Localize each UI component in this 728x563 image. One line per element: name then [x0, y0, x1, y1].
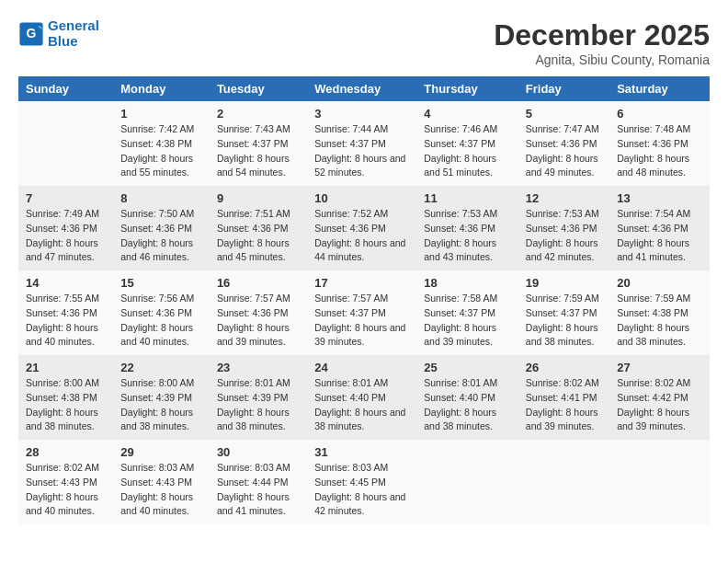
- page-subtitle: Agnita, Sibiu County, Romania: [494, 52, 710, 67]
- calendar-cell: 15Sunrise: 7:56 AMSunset: 4:36 PMDayligh…: [113, 270, 210, 355]
- day-info: Sunrise: 7:47 AMSunset: 4:36 PMDaylight:…: [526, 122, 602, 180]
- calendar-cell: 4Sunrise: 7:46 AMSunset: 4:37 PMDaylight…: [416, 101, 518, 186]
- day-number: 25: [424, 361, 511, 374]
- day-info: Sunrise: 8:00 AMSunset: 4:39 PMDaylight:…: [120, 376, 202, 434]
- calendar-cell: 17Sunrise: 7:57 AMSunset: 4:37 PMDayligh…: [307, 270, 416, 355]
- day-number: 3: [314, 107, 409, 121]
- day-info: Sunrise: 7:56 AMSunset: 4:36 PMDaylight:…: [120, 292, 202, 350]
- calendar-cell: [518, 440, 609, 524]
- calendar-cell: [416, 440, 518, 524]
- day-info: Sunrise: 7:43 AMSunset: 4:37 PMDaylight:…: [217, 122, 300, 180]
- calendar-cell: 26Sunrise: 8:02 AMSunset: 4:41 PMDayligh…: [518, 355, 609, 440]
- day-number: 24: [314, 361, 409, 374]
- day-info: Sunrise: 7:42 AMSunset: 4:38 PMDaylight:…: [120, 122, 202, 180]
- day-number: 1: [120, 107, 202, 121]
- day-number: 17: [314, 276, 409, 290]
- day-number: 16: [217, 276, 300, 290]
- day-number: 15: [120, 276, 202, 290]
- calendar-cell: 20Sunrise: 7:59 AMSunset: 4:38 PMDayligh…: [609, 270, 710, 355]
- day-info: Sunrise: 8:02 AMSunset: 4:42 PMDaylight:…: [617, 376, 702, 434]
- day-info: Sunrise: 7:53 AMSunset: 4:36 PMDaylight:…: [424, 207, 511, 265]
- day-number: 13: [617, 191, 702, 205]
- day-number: 30: [217, 445, 300, 459]
- header-tuesday: Tuesday: [210, 76, 307, 101]
- day-info: Sunrise: 8:02 AMSunset: 4:41 PMDaylight:…: [526, 376, 602, 434]
- logo-icon: G: [18, 21, 44, 47]
- day-number: 10: [314, 191, 409, 205]
- logo-line2: Blue: [48, 34, 99, 50]
- day-number: 11: [424, 191, 511, 205]
- day-number: 26: [526, 361, 602, 374]
- calendar-cell: 2Sunrise: 7:43 AMSunset: 4:37 PMDaylight…: [210, 101, 307, 186]
- calendar-cell: [18, 101, 113, 186]
- day-number: 8: [120, 191, 202, 205]
- day-info: Sunrise: 7:59 AMSunset: 4:38 PMDaylight:…: [617, 292, 702, 350]
- day-info: Sunrise: 7:53 AMSunset: 4:36 PMDaylight:…: [526, 207, 602, 265]
- day-number: 12: [526, 191, 602, 205]
- header-thursday: Thursday: [416, 76, 518, 101]
- day-info: Sunrise: 7:52 AMSunset: 4:36 PMDaylight:…: [314, 207, 409, 265]
- calendar-cell: 30Sunrise: 8:03 AMSunset: 4:44 PMDayligh…: [210, 440, 307, 524]
- calendar-header-row: SundayMondayTuesdayWednesdayThursdayFrid…: [18, 76, 710, 101]
- header-monday: Monday: [113, 76, 210, 101]
- calendar-cell: 13Sunrise: 7:54 AMSunset: 4:36 PMDayligh…: [609, 186, 710, 270]
- day-info: Sunrise: 8:03 AMSunset: 4:44 PMDaylight:…: [217, 461, 300, 519]
- week-row-3: 21Sunrise: 8:00 AMSunset: 4:38 PMDayligh…: [18, 355, 710, 440]
- day-info: Sunrise: 8:01 AMSunset: 4:40 PMDaylight:…: [314, 376, 409, 434]
- calendar-cell: 22Sunrise: 8:00 AMSunset: 4:39 PMDayligh…: [113, 355, 210, 440]
- day-info: Sunrise: 8:03 AMSunset: 4:45 PMDaylight:…: [314, 461, 409, 519]
- calendar-cell: 16Sunrise: 7:57 AMSunset: 4:36 PMDayligh…: [210, 270, 307, 355]
- calendar-cell: 23Sunrise: 8:01 AMSunset: 4:39 PMDayligh…: [210, 355, 307, 440]
- day-number: 18: [424, 276, 511, 290]
- day-info: Sunrise: 8:01 AMSunset: 4:40 PMDaylight:…: [424, 376, 511, 434]
- day-info: Sunrise: 7:57 AMSunset: 4:37 PMDaylight:…: [314, 292, 409, 350]
- week-row-4: 28Sunrise: 8:02 AMSunset: 4:43 PMDayligh…: [18, 440, 710, 524]
- day-number: 5: [526, 107, 602, 121]
- day-number: 22: [120, 361, 202, 374]
- calendar-cell: 18Sunrise: 7:58 AMSunset: 4:37 PMDayligh…: [416, 270, 518, 355]
- day-number: 31: [314, 445, 409, 459]
- calendar-cell: 29Sunrise: 8:03 AMSunset: 4:43 PMDayligh…: [113, 440, 210, 524]
- calendar-cell: 12Sunrise: 7:53 AMSunset: 4:36 PMDayligh…: [518, 186, 609, 270]
- header-friday: Friday: [518, 76, 609, 101]
- title-area: December 2025 Agnita, Sibiu County, Roma…: [494, 18, 710, 67]
- week-row-0: 1Sunrise: 7:42 AMSunset: 4:38 PMDaylight…: [18, 101, 710, 186]
- day-number: 20: [617, 276, 702, 290]
- calendar-cell: 8Sunrise: 7:50 AMSunset: 4:36 PMDaylight…: [113, 186, 210, 270]
- calendar-cell: 24Sunrise: 8:01 AMSunset: 4:40 PMDayligh…: [307, 355, 416, 440]
- day-info: Sunrise: 7:58 AMSunset: 4:37 PMDaylight:…: [424, 292, 511, 350]
- calendar-cell: 9Sunrise: 7:51 AMSunset: 4:36 PMDaylight…: [210, 186, 307, 270]
- calendar-cell: 27Sunrise: 8:02 AMSunset: 4:42 PMDayligh…: [609, 355, 710, 440]
- day-info: Sunrise: 8:02 AMSunset: 4:43 PMDaylight:…: [26, 461, 106, 519]
- day-info: Sunrise: 7:44 AMSunset: 4:37 PMDaylight:…: [314, 122, 409, 180]
- day-number: 28: [26, 445, 106, 459]
- week-row-2: 14Sunrise: 7:55 AMSunset: 4:36 PMDayligh…: [18, 270, 710, 355]
- day-number: 9: [217, 191, 300, 205]
- calendar-cell: 21Sunrise: 8:00 AMSunset: 4:38 PMDayligh…: [18, 355, 113, 440]
- day-number: 19: [526, 276, 602, 290]
- day-number: 2: [217, 107, 300, 121]
- day-info: Sunrise: 7:51 AMSunset: 4:36 PMDaylight:…: [217, 207, 300, 265]
- day-info: Sunrise: 7:54 AMSunset: 4:36 PMDaylight:…: [617, 207, 702, 265]
- day-number: 27: [617, 361, 702, 374]
- logo: G General Blue: [18, 18, 99, 49]
- day-info: Sunrise: 8:01 AMSunset: 4:39 PMDaylight:…: [217, 376, 300, 434]
- header-wednesday: Wednesday: [307, 76, 416, 101]
- day-info: Sunrise: 7:49 AMSunset: 4:36 PMDaylight:…: [26, 207, 106, 265]
- calendar-cell: 7Sunrise: 7:49 AMSunset: 4:36 PMDaylight…: [18, 186, 113, 270]
- calendar-cell: 10Sunrise: 7:52 AMSunset: 4:36 PMDayligh…: [307, 186, 416, 270]
- day-info: Sunrise: 8:03 AMSunset: 4:43 PMDaylight:…: [120, 461, 202, 519]
- day-info: Sunrise: 8:00 AMSunset: 4:38 PMDaylight:…: [26, 376, 106, 434]
- page-header: G General Blue December 2025 Agnita, Sib…: [18, 18, 710, 67]
- calendar-cell: 28Sunrise: 8:02 AMSunset: 4:43 PMDayligh…: [18, 440, 113, 524]
- page-title: December 2025: [494, 18, 710, 52]
- calendar-cell: 19Sunrise: 7:59 AMSunset: 4:37 PMDayligh…: [518, 270, 609, 355]
- header-sunday: Sunday: [18, 76, 113, 101]
- day-info: Sunrise: 7:55 AMSunset: 4:36 PMDaylight:…: [26, 292, 106, 350]
- svg-text:G: G: [27, 26, 37, 40]
- day-number: 21: [26, 361, 106, 374]
- calendar-cell: 11Sunrise: 7:53 AMSunset: 4:36 PMDayligh…: [416, 186, 518, 270]
- day-info: Sunrise: 7:46 AMSunset: 4:37 PMDaylight:…: [424, 122, 511, 180]
- calendar-cell: [609, 440, 710, 524]
- calendar-cell: 31Sunrise: 8:03 AMSunset: 4:45 PMDayligh…: [307, 440, 416, 524]
